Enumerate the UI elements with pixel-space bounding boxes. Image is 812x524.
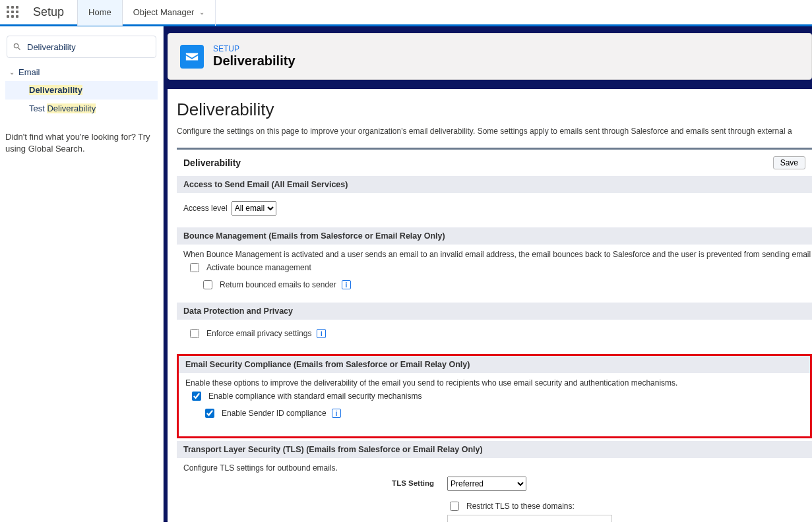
enforce-privacy-label: Enforce email privacy settings: [206, 329, 311, 338]
content-region: SETUP Deliverability Deliverability Conf…: [164, 26, 812, 522]
page-title: Deliverability: [213, 53, 296, 69]
esc-description: Enable these options to improve the deli…: [185, 378, 803, 388]
section-dpp-head: Data Protection and Privacy: [177, 303, 812, 320]
tls-description: Configure TLS settings for outbound emai…: [183, 463, 805, 473]
quick-find-input[interactable]: [26, 42, 150, 53]
return-bounced-label: Return bounced emails to sender: [220, 280, 336, 289]
app-launcher[interactable]: [0, 6, 26, 19]
activate-bounce-label: Activate bounce management: [206, 263, 311, 272]
content-intro: Configure the settings on this page to i…: [177, 127, 812, 136]
tree-node-email[interactable]: ⌄ Email: [5, 63, 158, 81]
chevron-down-icon: ⌄: [199, 0, 204, 26]
quick-find[interactable]: [7, 36, 156, 58]
restrict-tls-label: Restrict TLS to these domains:: [466, 502, 575, 511]
bounce-description: When Bounce Management is activated and …: [183, 250, 805, 259]
tab-home[interactable]: Home: [77, 0, 123, 26]
email-icon: [180, 45, 204, 69]
enforce-privacy-checkbox[interactable]: [190, 329, 199, 338]
page-header: SETUP Deliverability: [168, 33, 812, 80]
content-heading: Deliverability: [177, 100, 812, 120]
info-icon[interactable]: i: [317, 329, 326, 338]
setup-sidebar: ⌄ Email Deliverability Test Deliverabili…: [0, 26, 164, 522]
tree-label: Email: [18, 67, 40, 77]
tab-label: Object Manager: [133, 0, 195, 26]
email-security-callout: Email Security Compliance (Emails from S…: [177, 354, 812, 438]
save-button[interactable]: Save: [773, 156, 805, 169]
global-nav: Setup Home Object Manager ⌄: [0, 0, 812, 26]
activate-bounce-checkbox[interactable]: [190, 263, 199, 272]
return-bounced-checkbox[interactable]: [203, 280, 212, 289]
section-access-head: Access to Send Email (All Email Services…: [177, 176, 812, 193]
box-title: Deliverability: [183, 158, 241, 168]
restrict-tls-checkbox[interactable]: [450, 502, 459, 511]
section-bounce-head: Bounce Management (Emails from Salesforc…: [177, 227, 812, 245]
tls-setting-label: TLS Setting: [183, 477, 447, 487]
tls-setting-select[interactable]: Preferred: [447, 477, 526, 491]
tab-object-manager[interactable]: Object Manager ⌄: [123, 0, 216, 26]
apps-grid-icon: [7, 6, 20, 19]
enable-sender-id-label: Enable Sender ID compliance: [222, 409, 327, 418]
tree-item-deliverability[interactable]: Deliverability: [5, 81, 158, 100]
no-results-hint: Didn't find what you're looking for? Try…: [5, 131, 158, 155]
restrict-tls-domains-input[interactable]: [447, 515, 612, 522]
info-icon[interactable]: i: [332, 409, 341, 418]
deliverability-box: Deliverability Save Access to Send Email…: [177, 148, 812, 522]
section-esc-head: Email Security Compliance (Emails from S…: [179, 356, 810, 373]
section-tls-head: Transport Layer Security (TLS) (Emails f…: [177, 441, 812, 458]
breadcrumb: SETUP: [213, 44, 296, 53]
info-icon[interactable]: i: [342, 280, 351, 289]
access-level-select[interactable]: All email: [232, 201, 276, 216]
main-panel: Deliverability Configure the settings on…: [168, 89, 812, 522]
enable-compliance-label: Enable compliance with standard email se…: [208, 392, 422, 401]
enable-compliance-checkbox[interactable]: [192, 392, 201, 401]
tree-item-test-deliverability[interactable]: Test Deliverability: [5, 100, 158, 118]
chevron-down-icon: ⌄: [9, 69, 18, 76]
access-level-label: Access level: [183, 204, 228, 213]
enable-sender-id-checkbox[interactable]: [205, 409, 214, 418]
search-icon: [13, 42, 22, 51]
app-title: Setup: [26, 5, 77, 19]
